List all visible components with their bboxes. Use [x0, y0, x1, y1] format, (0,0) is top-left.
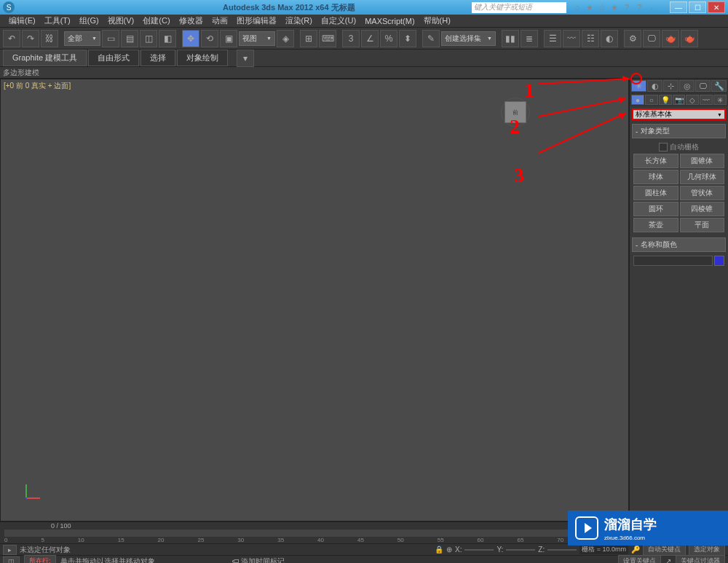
- lights-tab[interactable]: 💡: [659, 95, 672, 105]
- undo-button[interactable]: ↶: [3, 30, 20, 47]
- menu-maxscript[interactable]: MAXScript(M): [360, 17, 419, 25]
- hierarchy-tab[interactable]: ⊹: [663, 80, 678, 92]
- menu-grapheditors[interactable]: 图形编辑器: [232, 15, 281, 26]
- render-setup-button[interactable]: ⚙: [624, 30, 641, 47]
- primitives-dropdown[interactable]: 标准基本体: [632, 109, 726, 120]
- help-icon[interactable]: ?: [622, 2, 632, 12]
- viewport-label[interactable]: [+0 前 0 真实 + 边面]: [4, 81, 71, 91]
- listener-btn[interactable]: ◫: [3, 556, 20, 564]
- percent-snap[interactable]: %: [380, 30, 397, 47]
- poly-modeling-label[interactable]: 多边形建模: [3, 68, 39, 78]
- menu-tools[interactable]: 工具(T): [40, 15, 75, 26]
- favorite-icon[interactable]: ☆: [597, 2, 607, 12]
- menu-edit[interactable]: 编辑(E): [4, 15, 40, 26]
- window-crossing-button[interactable]: ◧: [159, 30, 176, 47]
- torus-button[interactable]: 圆环: [633, 202, 678, 216]
- home-icon[interactable]: ⌂: [572, 2, 582, 12]
- z-coord[interactable]: [547, 549, 577, 551]
- spacewarps-tab[interactable]: 〰: [700, 95, 713, 105]
- menu-rendering[interactable]: 渲染(R): [281, 15, 317, 26]
- utilities-tab[interactable]: 🔧: [711, 80, 727, 92]
- menu-modifiers[interactable]: 修改器: [175, 15, 207, 26]
- angle-snap[interactable]: ∠: [361, 30, 379, 47]
- close-button[interactable]: ✕: [708, 1, 725, 13]
- tube-button[interactable]: 管状体: [680, 186, 725, 200]
- material-editor-button[interactable]: ◐: [601, 30, 618, 47]
- x-coord[interactable]: [464, 549, 494, 551]
- tab-freeform[interactable]: 自由形式: [88, 50, 139, 66]
- motion-tab[interactable]: ◎: [679, 80, 695, 92]
- tab-selection[interactable]: 选择: [141, 50, 175, 66]
- geometry-tab[interactable]: ●: [631, 95, 644, 105]
- dash-icon[interactable]: -: [646, 2, 657, 12]
- shapes-tab[interactable]: ○: [645, 95, 658, 105]
- app-icon[interactable]: S: [3, 1, 15, 13]
- layers-button[interactable]: ☰: [544, 30, 561, 47]
- name-color-rollout[interactable]: 名称和颜色: [632, 237, 726, 252]
- minimize-button[interactable]: —: [670, 1, 687, 13]
- display-tab[interactable]: 🖵: [695, 80, 711, 92]
- select-region-button[interactable]: ◫: [140, 30, 157, 47]
- link-button[interactable]: ⛓: [41, 30, 58, 47]
- align-button[interactable]: ≣: [521, 30, 538, 47]
- render-button[interactable]: 🫖: [681, 30, 698, 47]
- add-time-tag[interactable]: 🏷 添加时间标记: [232, 556, 285, 564]
- mirror-button[interactable]: ▮▮: [502, 30, 519, 47]
- keyboard-button[interactable]: ⌨: [319, 30, 336, 47]
- redo-button[interactable]: ↷: [22, 30, 39, 47]
- help2-icon[interactable]: ?: [634, 2, 644, 12]
- scale-button[interactable]: ▣: [220, 30, 237, 47]
- object-color-swatch[interactable]: [714, 256, 724, 266]
- cylinder-button[interactable]: 圆柱体: [633, 186, 678, 200]
- menu-customize[interactable]: 自定义(U): [317, 15, 360, 26]
- rotate-button[interactable]: ⟲: [201, 30, 218, 47]
- helpers-tab[interactable]: ◇: [686, 95, 699, 105]
- menu-views[interactable]: 视图(V): [103, 15, 139, 26]
- object-name-input[interactable]: [633, 256, 713, 266]
- maximize-button[interactable]: ☐: [689, 1, 706, 13]
- schematic-button[interactable]: ☷: [582, 30, 599, 47]
- star2-icon[interactable]: ★: [609, 2, 620, 12]
- setkey-button[interactable]: 设置关键点: [618, 555, 661, 563]
- keyfilter-button[interactable]: 关键点过滤器: [676, 555, 725, 563]
- snap-toggle[interactable]: 3: [342, 30, 360, 47]
- selection-set-dropdown[interactable]: 创建选择集: [441, 31, 496, 46]
- select-button[interactable]: ▭: [102, 30, 119, 47]
- menu-help[interactable]: 帮助(H): [419, 15, 455, 26]
- refcoord-dropdown[interactable]: 视图: [239, 31, 275, 46]
- cone-button[interactable]: 圆锥体: [680, 154, 725, 168]
- menu-create[interactable]: 创建(C): [138, 15, 174, 26]
- help-search-input[interactable]: 键入关键字或短语: [472, 2, 566, 13]
- menu-animation[interactable]: 动画: [207, 15, 232, 26]
- pivot-button[interactable]: ◈: [277, 30, 294, 47]
- spinner-snap[interactable]: ⬍: [399, 30, 416, 47]
- ribbon-toggle-icon[interactable]: ▾: [237, 50, 254, 67]
- viewport[interactable]: [+0 前 0 真实 + 边面] 前: [0, 79, 629, 521]
- modify-tab[interactable]: ◐: [647, 80, 662, 92]
- object-type-rollout[interactable]: 对象类型: [632, 124, 726, 138]
- tab-graphite[interactable]: Graphite 建模工具: [3, 50, 87, 66]
- sphere-button[interactable]: 球体: [633, 170, 678, 184]
- move-button[interactable]: ✥: [182, 30, 199, 47]
- tab-paint[interactable]: 对象绘制: [177, 50, 228, 66]
- geosphere-button[interactable]: 几何球体: [680, 170, 725, 184]
- teapot-button[interactable]: 茶壶: [633, 218, 678, 232]
- autogrid-checkbox[interactable]: 自动栅格: [633, 141, 724, 154]
- selection-filter[interactable]: 全部: [64, 31, 100, 46]
- curve-editor-button[interactable]: 〰: [563, 30, 580, 47]
- manipulate-button[interactable]: ⊞: [300, 30, 317, 47]
- script-btn[interactable]: ▸: [3, 545, 17, 555]
- viewcube[interactable]: 前: [505, 101, 526, 123]
- systems-tab[interactable]: ✳: [713, 95, 727, 105]
- selection-set-edit[interactable]: ✎: [422, 30, 440, 47]
- create-tab[interactable]: ✳: [631, 80, 646, 92]
- cameras-tab[interactable]: 📷: [673, 95, 686, 105]
- star-icon[interactable]: ★: [585, 2, 595, 12]
- select-name-button[interactable]: ▤: [121, 30, 138, 47]
- box-button[interactable]: 长方体: [633, 154, 678, 168]
- render-prod-button[interactable]: 🫖: [662, 30, 679, 47]
- y-coord[interactable]: [506, 549, 535, 551]
- plane-button[interactable]: 平面: [680, 218, 725, 232]
- pyramid-button[interactable]: 四棱锥: [680, 202, 725, 216]
- menu-group[interactable]: 组(G): [75, 15, 103, 26]
